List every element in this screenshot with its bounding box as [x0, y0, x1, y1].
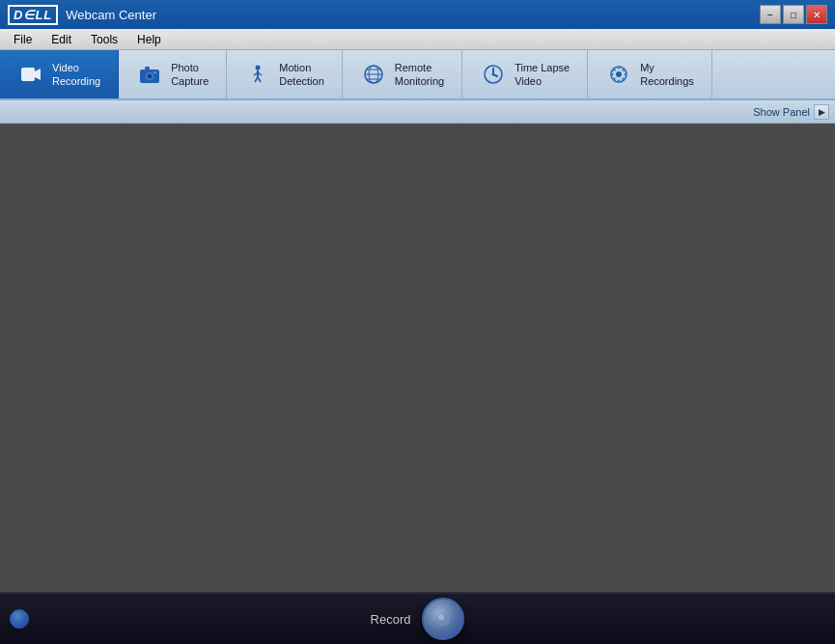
show-panel-arrow-icon: ▶: [814, 104, 829, 120]
remote-icon: [360, 61, 387, 88]
tab-time-lapse[interactable]: Time LapseVideo: [462, 50, 588, 98]
tab-remote-monitoring-label: RemoteMonitoring: [395, 61, 444, 89]
menu-tools[interactable]: Tools: [81, 31, 127, 48]
tab-motion-detection[interactable]: MotionDetection: [227, 50, 342, 98]
tab-my-recordings[interactable]: MyRecordings: [588, 50, 712, 98]
maximize-button[interactable]: □: [783, 5, 804, 24]
svg-rect-5: [145, 67, 150, 70]
tab-bar: VideoRecording PhotoCapture: [0, 50, 835, 100]
menu-edit[interactable]: Edit: [42, 31, 81, 48]
record-button[interactable]: [422, 598, 464, 640]
tab-motion-detection-label: MotionDetection: [279, 61, 323, 89]
show-panel-label: Show Panel: [753, 106, 810, 118]
svg-point-7: [256, 66, 261, 70]
minimize-button[interactable]: −: [760, 5, 781, 24]
tab-video-recording-label: VideoRecording: [52, 61, 100, 89]
motion-icon: [244, 61, 271, 88]
svg-point-31: [438, 614, 444, 620]
tab-remote-monitoring[interactable]: RemoteMonitoring: [343, 50, 462, 98]
record-label: Record: [371, 612, 411, 627]
svg-line-11: [255, 77, 258, 82]
video-icon: [17, 61, 44, 88]
dell-logo: D∈LL: [8, 5, 58, 25]
svg-point-4: [148, 74, 153, 79]
menu-bar: File Edit Tools Help: [0, 29, 835, 50]
camera-icon: [136, 61, 163, 88]
tab-photo-capture-label: PhotoCapture: [171, 61, 209, 89]
window-controls: − □ ✕: [760, 5, 827, 24]
svg-point-22: [618, 67, 621, 70]
svg-point-19: [492, 73, 495, 76]
svg-point-28: [613, 77, 616, 80]
tab-time-lapse-label: Time LapseVideo: [515, 61, 570, 89]
menu-help[interactable]: Help: [127, 31, 171, 48]
svg-point-29: [622, 69, 625, 71]
record-button-icon: [433, 609, 453, 629]
recordings-icon: [605, 61, 632, 88]
svg-point-21: [616, 71, 622, 77]
svg-rect-6: [153, 71, 156, 73]
title-bar: D∈LL Webcam Center − □ ✕: [0, 0, 835, 29]
svg-point-24: [611, 73, 614, 76]
close-button[interactable]: ✕: [806, 5, 827, 24]
svg-marker-1: [35, 69, 41, 80]
tab-video-recording[interactable]: VideoRecording: [0, 50, 119, 98]
svg-rect-0: [21, 68, 35, 81]
tab-photo-capture[interactable]: PhotoCapture: [119, 50, 227, 98]
show-panel-row: Show Panel ▶: [0, 100, 835, 124]
menu-file[interactable]: File: [4, 31, 42, 48]
svg-point-26: [613, 69, 616, 71]
svg-point-25: [625, 73, 627, 76]
bottom-bar: Record: [0, 592, 835, 644]
svg-point-27: [622, 77, 625, 80]
svg-line-12: [258, 77, 261, 82]
main-content-area: [0, 124, 835, 592]
svg-point-23: [618, 80, 621, 83]
timelapse-icon: [480, 61, 507, 88]
app-title: Webcam Center: [66, 8, 760, 22]
show-panel-button[interactable]: Show Panel ▶: [753, 104, 829, 120]
tab-my-recordings-label: MyRecordings: [640, 61, 694, 89]
status-indicator: [10, 609, 29, 629]
